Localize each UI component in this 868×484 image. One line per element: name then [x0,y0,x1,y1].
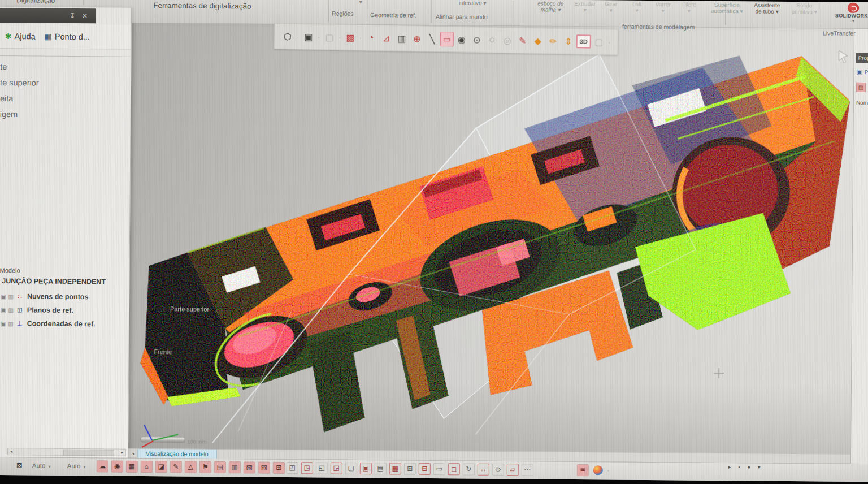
ribbon-command[interactable]: esboço de malha ▾ [533,0,568,13]
mini-control-icon[interactable]: ● [748,464,751,470]
display-toggle-icon[interactable]: ▤ [214,461,226,473]
toolbar-icon[interactable]: ▢ [322,28,337,45]
auto-dropdown-1[interactable]: Auto▾ [32,462,51,469]
layers-icon[interactable]: ≣ [577,464,589,476]
ribbon-command[interactable]: Sólido primitivo ▾ [788,2,820,15]
toolbar-icon[interactable]: ╲ [425,31,440,47]
group-geometria-ref[interactable]: Geometria de ref. [370,11,416,19]
tree-item[interactable]: ▣ ▥ ⊞ Planos de ref. [1,303,96,317]
display-toggle-icon[interactable]: ▥ [229,461,241,473]
snap-toggle-icon[interactable]: ⊠ [16,461,23,469]
pin-icon[interactable]: ↧ [70,12,75,19]
checkbox-icon[interactable]: ▣ [1,320,6,326]
view-mode-icon[interactable]: ◳ [301,462,313,474]
plane-list-item[interactable]: te [0,59,39,75]
view-mode-icon[interactable]: ◱ [316,462,328,474]
ribbon-command[interactable]: Superfície automática ▾ [708,1,745,15]
toolbar-icon[interactable]: ▭ [440,32,454,46]
scrollbar-thumb[interactable] [63,450,114,456]
view-mode-icon[interactable]: ▤ [375,463,387,474]
plane-list-item[interactable]: te superior [0,75,39,91]
toolbar-icon[interactable]: ✎ [515,32,530,49]
toolbar-icon[interactable]: ▥ [394,30,410,47]
display-toggle-icon[interactable]: ▧ [244,461,255,473]
toolbar-icon[interactable]: · [358,29,364,46]
ponto-button[interactable]: Ponto d... [55,32,90,41]
checkbox-icon[interactable]: ▣ [1,293,6,299]
view-mode-icon[interactable]: ▢ [345,463,357,474]
toolbar-icon[interactable]: · [337,29,343,46]
tab-digitalizacao[interactable]: Digitalização [16,0,55,5]
scroll-right-icon[interactable]: ▸ [119,450,125,455]
view-mode-icon[interactable]: ▭ [433,463,445,475]
ribbon-command[interactable]: Extrudar ▾ [574,0,596,13]
toolbar-icon[interactable]: ▢ [591,33,606,50]
display-toggle-icon[interactable]: ☁ [97,460,108,472]
ribbon-command[interactable]: interativo ▾ [452,0,493,6]
toolbar-icon[interactable]: ⬡ [280,28,296,45]
ribbon-command[interactable]: ▾ [354,0,367,5]
toolbar-icon[interactable]: ◌ [484,31,500,48]
display-toggle-icon[interactable]: ◪ [155,461,167,473]
group-alinhar-mundo[interactable]: Alinhar para mundo [436,13,488,20]
toolbar-icon[interactable]: ⊿ [379,29,394,46]
view-mode-icon[interactable]: ↻ [463,463,475,475]
toolbar-icon[interactable]: · [606,33,612,50]
3d-viewport[interactable]: ◂ Visualização de modelo [128,23,854,464]
tree-item[interactable]: ▣ ▥ ∷ Nuvens de pontos [1,289,96,304]
color-globe-icon[interactable] [593,465,603,475]
ribbon-command[interactable]: Girar ▾ [600,0,622,13]
toolbar-icon[interactable]: ⊙ [470,31,485,48]
toolbar-icon[interactable]: ▣ [301,28,316,45]
view-mode-icon[interactable]: ↔ [478,464,489,476]
checkbox-icon[interactable]: ▥ [8,307,14,313]
plane-list-item[interactable]: eita [0,90,39,107]
display-toggle-icon[interactable]: ▨ [258,462,270,474]
close-icon[interactable]: ✕ [82,12,88,19]
mini-control-icon[interactable]: ▪ [738,464,740,470]
ribbon-command[interactable]: Loft ▾ [626,1,648,14]
display-toggle-icon[interactable]: ◉ [111,461,123,473]
tree-item[interactable]: ▣ ▥ ⊥ Coordenadas de ref. [1,317,96,331]
ribbon-command[interactable]: Assistente de tubo ▾ [749,1,785,15]
auto-dropdown-2[interactable]: Auto▾ [67,463,86,469]
properties-row[interactable]: ▣ Pr [856,68,868,76]
toolbar-icon[interactable]: ◔ [364,29,379,46]
toolbar-icon[interactable]: ⊕ [410,30,425,47]
display-toggle-icon[interactable]: ✎ [170,461,182,473]
view-mode-icon[interactable]: ⊟ [419,463,431,475]
view-mode-icon[interactable]: ◻ [448,463,460,475]
scroll-left-icon[interactable]: ◂ [8,449,15,454]
view-mode-icon[interactable]: ◇ [492,464,504,476]
toolbar-icon[interactable]: · [296,28,301,45]
view-mode-icon[interactable]: ⊞ [404,463,416,475]
toolbar-icon[interactable]: ✏ [545,32,561,49]
help-button[interactable]: Ajuda [14,32,35,41]
toolbar-icon[interactable]: · [316,28,322,45]
display-toggle-icon[interactable]: ⚑ [199,461,211,473]
view-mode-icon[interactable]: ◲ [331,463,342,474]
checkbox-icon[interactable]: ▣ [1,306,6,313]
ribbon-command[interactable]: Filete ▾ [678,1,700,14]
plane-list-item[interactable]: igem [0,106,38,123]
mini-control-icon[interactable]: ▾ [758,465,761,470]
chevron-down-icon[interactable]: ▾ [835,19,868,24]
view-mode-icon[interactable]: ▱ [507,464,519,476]
display-toggle-icon[interactable]: △ [185,461,197,473]
view-mode-icon[interactable]: ▣ [360,463,372,474]
display-toggle-icon[interactable]: ⌂ [141,461,153,473]
checkbox-icon[interactable]: ▥ [8,321,14,327]
toolbar-icon[interactable]: ▩ [343,29,358,46]
toolbar-icon[interactable]: ⇕ [561,33,576,50]
checkbox-icon[interactable]: ▥ [8,293,14,300]
tree-root-item[interactable]: JUNÇÃO PEÇA INDEPENDENT [2,277,106,286]
toolbar-icon[interactable]: 3D [576,34,591,48]
group-regioes[interactable]: Regiões [332,10,354,17]
display-toggle-icon[interactable]: ▦ [126,461,138,473]
toolbar-icon[interactable]: ◉ [454,31,470,47]
view-mode-icon[interactable]: ⋯ [522,464,533,476]
mini-control-icon[interactable]: ▸ [728,464,731,470]
tab-scroll-left-icon[interactable]: ◂ [132,451,134,456]
panel-horizontal-scrollbar[interactable]: ◂ ▸ [7,448,126,456]
view-mode-icon[interactable]: ◰ [287,462,298,474]
